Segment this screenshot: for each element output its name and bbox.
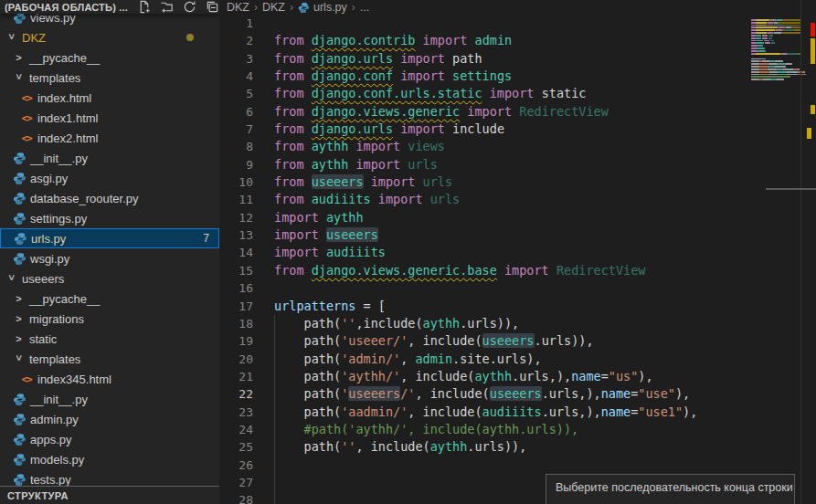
outline-section-header[interactable]: СТРУКТУРА <box>0 486 219 504</box>
tree-item--pycache-[interactable]: >__pycache__ <box>0 47 219 68</box>
line-number: 28 <box>220 491 253 504</box>
code-line-8: 8from aythh import views <box>220 138 750 155</box>
python-file-icon <box>12 413 26 426</box>
line-number: 11 <box>220 191 253 208</box>
tree-item-label: __pycache__ <box>29 51 100 65</box>
code-line-6: 6from django.views.generic import Redire… <box>220 103 750 121</box>
chevron-down-icon: > <box>6 30 17 44</box>
refresh-icon[interactable] <box>183 0 196 14</box>
line-number: 27 <box>220 474 253 491</box>
minimap-line <box>751 74 800 76</box>
minimap-line <box>751 35 800 37</box>
line-content: import audiiits <box>253 244 386 261</box>
tree-item-label: urls.py <box>31 232 66 246</box>
chevron-down-icon: > <box>6 271 17 285</box>
tree-item-templates[interactable]: >templates <box>0 349 219 369</box>
breadcrumb-item[interactable]: urls.py <box>298 1 347 14</box>
minimap-line <box>751 16 800 18</box>
new-folder-icon[interactable] <box>160 0 174 14</box>
breadcrumb-label: DKZ <box>227 1 249 14</box>
python-icon <box>13 152 26 165</box>
code-line-20: 20 path('admin/', admin.site.urls), <box>220 351 750 368</box>
line-number: 6 <box>220 103 253 121</box>
tree-item-templates[interactable]: >templates <box>0 68 219 88</box>
line-number: 8 <box>220 138 253 155</box>
line-content: urlpatterns = [ <box>253 298 386 315</box>
code-line-7: 7from django.urls import include <box>220 121 750 138</box>
workspace-title: (РАБОЧАЯ ОБЛАСТЬ) ... <box>0 2 128 13</box>
chevron-right-icon: > <box>12 313 26 324</box>
tree-item--init-py[interactable]: __init__.py <box>0 389 219 409</box>
tree-item-static[interactable]: >static <box>0 329 219 349</box>
breadcrumb[interactable]: DKZ›DKZ›urls.py›... <box>227 0 369 15</box>
tree-item--pycache-[interactable]: >__pycache__ <box>0 289 219 309</box>
line-number: 1 <box>220 15 253 32</box>
chevron-right-icon: > <box>12 333 26 344</box>
python-file-icon <box>12 433 26 446</box>
tree-item-useeers[interactable]: >useeers <box>0 268 219 289</box>
breadcrumb-item[interactable]: DKZ <box>227 1 249 14</box>
python-icon <box>13 393 26 406</box>
python-file-icon <box>12 393 26 406</box>
breadcrumb-separator: › <box>254 1 258 14</box>
tree-item-index345-html[interactable]: <>index345.html <box>0 369 219 389</box>
python-file-icon <box>12 473 26 487</box>
tree-item-index-html[interactable]: <>index.html <box>0 88 219 108</box>
tree-item-apps-py[interactable]: apps.py <box>0 429 219 449</box>
tree-item-migrations[interactable]: >migrations <box>0 309 219 329</box>
code-line-10: 10from useeers import urls <box>220 173 750 191</box>
breadcrumb-item[interactable]: DKZ <box>262 1 285 14</box>
explorer-section-header[interactable]: (РАБОЧАЯ ОБЛАСТЬ) ... <box>0 0 219 14</box>
line-content: from django.views.generic import Redirec… <box>253 103 609 121</box>
tree-item-index2-html[interactable]: <>index2.html <box>0 128 219 148</box>
code-editor[interactable]: 12from django.contrib import admin3from … <box>220 15 750 504</box>
indent-guide <box>274 315 275 504</box>
line-content <box>253 491 274 504</box>
tree-item-urls-py[interactable]: urls.py7 <box>0 228 219 248</box>
line-number: 4 <box>220 68 253 85</box>
line-content: path('admin/', admin.site.urls), <box>253 351 542 368</box>
tree-item-admin-py[interactable]: admin.py <box>0 409 219 429</box>
line-number: 12 <box>220 209 253 226</box>
tree-item--init-py[interactable]: __init__.py <box>0 148 219 168</box>
breadcrumb-item[interactable]: ... <box>360 1 369 14</box>
tree-item-index1-html[interactable]: <>index1.html <box>0 108 219 128</box>
line-number: 24 <box>220 421 253 438</box>
overview-ruler-mark <box>807 128 811 139</box>
line-number: 26 <box>220 457 253 474</box>
tree-item-asgi-py[interactable]: asgi.py <box>0 168 219 188</box>
explorer-sidebar[interactable]: views.py>DKZ>__pycache__>templates<>inde… <box>0 0 219 504</box>
tree-item-label: index2.html <box>37 131 98 145</box>
tree-item-label: DKZ <box>22 31 46 45</box>
tree-item-label: __pycache__ <box>29 292 100 306</box>
code-line-3: 3from django.urls import path <box>220 50 750 68</box>
line-content: from audiiits import urls <box>253 191 460 208</box>
tree-item-models-py[interactable]: models.py <box>0 449 219 469</box>
line-content: path('', include(aythh.urls)), <box>253 438 526 456</box>
minimap[interactable] <box>751 16 800 89</box>
line-number: 25 <box>220 438 253 456</box>
tree-item-settings-py[interactable]: settings.py <box>0 208 219 228</box>
tree-item-wsgi-py[interactable]: wsgi.py <box>0 248 219 268</box>
html-file-icon: <> <box>19 373 34 385</box>
tree-item-dkz[interactable]: >DKZ <box>0 27 219 47</box>
new-file-icon[interactable] <box>137 0 151 14</box>
minimap-line <box>751 53 800 55</box>
tree-item-label: asgi.py <box>30 172 68 185</box>
code-line-5: 5from django.conf.urls.static import sta… <box>220 85 750 102</box>
line-content: #path('aythh/', include(aythh.urls)), <box>253 421 578 438</box>
breadcrumb-separator: › <box>290 1 293 14</box>
collapse-all-icon[interactable] <box>206 0 219 14</box>
file-tree[interactable]: views.py>DKZ>__pycache__>templates<>inde… <box>0 7 219 489</box>
tree-item-label: templates <box>29 352 80 366</box>
html-file-icon: <> <box>19 132 34 144</box>
minimap-line <box>751 81 800 83</box>
line-content: path('useeers/', include(useeers.urls,),… <box>253 385 690 403</box>
line-number: 13 <box>220 226 253 244</box>
tree-item-database-roouter-py[interactable]: database_roouter.py <box>0 188 219 208</box>
tree-item-label: settings.py <box>30 212 87 226</box>
code-line-16: 16 <box>220 279 750 297</box>
line-number: 3 <box>220 50 253 68</box>
minimap-line <box>751 37 800 39</box>
code-line-18: 18 path('',include(aythh.urls)), <box>220 315 750 332</box>
